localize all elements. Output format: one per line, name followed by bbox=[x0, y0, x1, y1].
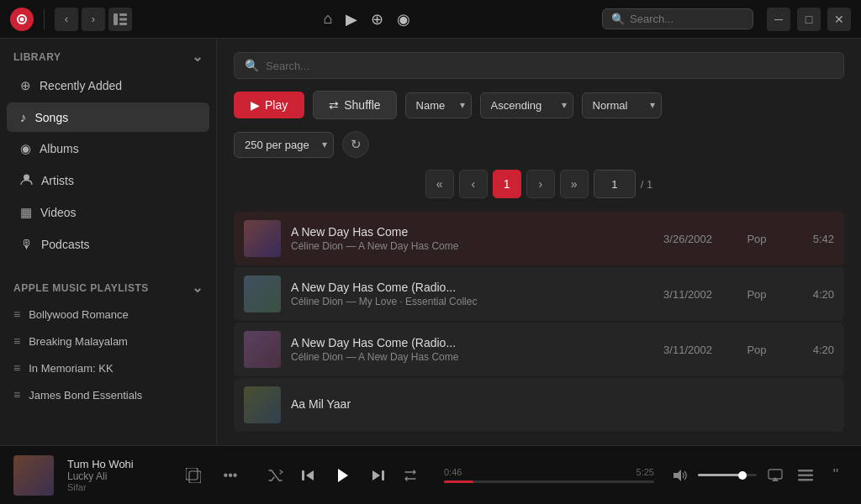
play-button[interactable]: ▶ Play bbox=[234, 92, 304, 118]
page-number-input[interactable] bbox=[594, 170, 636, 198]
shuffle-icon: ⇄ bbox=[329, 98, 339, 112]
playlists-collapse-icon[interactable]: ⌄ bbox=[192, 280, 203, 296]
np-thumbnail bbox=[13, 455, 54, 496]
song-title: A New Day Has Come (Radio... bbox=[291, 336, 644, 349]
sidebar-item-label: Videos bbox=[40, 206, 77, 219]
sidebar-item-label: Albums bbox=[40, 142, 79, 155]
library-collapse-icon[interactable]: ⌄ bbox=[192, 49, 203, 65]
playlist-james-bond-essentials[interactable]: ≡ James Bond Essentials bbox=[0, 381, 216, 408]
toolbar: ▶ Play ⇄ Shuffle Name Artist Album Year … bbox=[234, 91, 844, 119]
svg-marker-7 bbox=[306, 470, 314, 480]
sidebar-item-podcasts[interactable]: 🎙 Podcasts bbox=[7, 229, 209, 259]
window-controls: ─ □ ✕ bbox=[767, 8, 851, 31]
song-artist-album: Céline Dion — A New Day Has Come bbox=[291, 351, 644, 363]
play-overlay-icon: ▶ bbox=[258, 232, 267, 245]
sidebar-item-videos[interactable]: ▦ Videos bbox=[7, 197, 209, 228]
svg-rect-1 bbox=[119, 13, 127, 16]
playlist-bollywood-romance[interactable]: ≡ Bollywood Romance bbox=[0, 301, 216, 328]
podcasts-icon: 🎙 bbox=[20, 237, 33, 251]
repeat-button[interactable] bbox=[397, 462, 424, 489]
now-playing-bar: Tum Ho Wohi Lucky Ali Sifar ••• 0:46 5:2… bbox=[0, 445, 861, 504]
first-page-button[interactable]: « bbox=[425, 170, 454, 198]
current-page-button[interactable]: 1 bbox=[493, 170, 521, 198]
sidebar-item-recently-added[interactable]: ⊕ Recently Added bbox=[7, 71, 209, 101]
np-progress-bar[interactable] bbox=[444, 480, 654, 483]
volume-knob bbox=[738, 471, 747, 480]
view-mode-select[interactable]: Normal Compact Detailed bbox=[582, 92, 662, 118]
song-list: ▶ A New Day Has Come Céline Dion — A New… bbox=[234, 212, 844, 432]
titlebar-search-input[interactable] bbox=[630, 13, 744, 25]
song-info: A New Day Has Come Céline Dion — A New D… bbox=[291, 225, 644, 252]
apple-playlists-label: Apple Music Playlists bbox=[13, 282, 149, 294]
play-label: Play bbox=[265, 98, 288, 112]
song-artist-album: Céline Dion — A New Day Has Come bbox=[291, 240, 644, 252]
song-info: Aa Mil Yaar bbox=[291, 397, 644, 412]
sidebar-item-albums[interactable]: ◉ Albums bbox=[7, 134, 209, 164]
song-info: A New Day Has Come (Radio... Céline Dion… bbox=[291, 336, 644, 363]
sort-order-select[interactable]: Ascending Descending bbox=[480, 92, 573, 118]
previous-track-button[interactable] bbox=[294, 462, 321, 489]
globe-icon[interactable]: ⊕ bbox=[371, 10, 383, 29]
volume-fill bbox=[698, 474, 742, 476]
per-page-select[interactable]: 50 per page 100 per page 250 per page 50… bbox=[234, 132, 334, 158]
playlist-icon: ≡ bbox=[13, 388, 20, 402]
play-icon[interactable]: ▶ bbox=[346, 10, 357, 29]
np-play-pause-button[interactable] bbox=[326, 459, 360, 492]
sidebar-toggle-button[interactable] bbox=[108, 8, 132, 31]
table-row[interactable]: ▶ A New Day Has Come (Radio... Céline Di… bbox=[234, 323, 844, 376]
more-options-button[interactable]: ••• bbox=[219, 464, 242, 487]
content-search-bar: 🔍 bbox=[234, 52, 844, 79]
close-button[interactable]: ✕ bbox=[827, 8, 851, 31]
np-artist: Lucky Ali bbox=[67, 470, 168, 482]
np-time-current: 0:46 bbox=[444, 467, 462, 477]
svg-rect-15 bbox=[798, 470, 813, 472]
nav-back-button[interactable]: ‹ bbox=[55, 8, 78, 31]
page-total: / 1 bbox=[641, 178, 652, 191]
table-row[interactable]: ▶ A New Day Has Come Céline Dion — A New… bbox=[234, 212, 844, 265]
sidebar-item-songs[interactable]: ♪ Songs bbox=[7, 102, 209, 132]
nav-forward-button[interactable]: › bbox=[82, 8, 105, 31]
library-section-header: Library ⌄ bbox=[0, 39, 216, 70]
np-playback-controls bbox=[262, 459, 424, 492]
svg-rect-16 bbox=[798, 474, 813, 476]
next-track-button[interactable] bbox=[365, 462, 392, 489]
prev-page-button[interactable]: ‹ bbox=[459, 170, 488, 198]
playlist-label: James Bond Essentials bbox=[29, 389, 142, 402]
sidebar-item-artists[interactable]: Artists bbox=[7, 165, 209, 196]
volume-slider[interactable] bbox=[698, 474, 757, 476]
song-date: 3/11/2002 bbox=[654, 344, 721, 356]
apple-playlists-section: Apple Music Playlists ⌄ ≡ Bollywood Roma… bbox=[0, 260, 216, 408]
sort-order-wrapper: Ascending Descending bbox=[480, 92, 573, 118]
sort-name-select[interactable]: Name Artist Album Year Genre bbox=[405, 92, 472, 118]
table-row[interactable]: ▶ A New Day Has Come (Radio... Céline Di… bbox=[234, 267, 844, 321]
toolbar-row2: 50 per page 100 per page 250 per page 50… bbox=[234, 131, 844, 158]
playlist-breaking-malayalam[interactable]: ≡ Breaking Malayalam bbox=[0, 328, 216, 354]
np-right-controls: " bbox=[668, 464, 848, 487]
shuffle-button[interactable]: ⇄ Shuffle bbox=[313, 91, 396, 119]
lyrics-button[interactable]: " bbox=[824, 464, 848, 487]
queue-button[interactable] bbox=[794, 464, 817, 487]
next-page-button[interactable]: › bbox=[526, 170, 555, 198]
view-mode-wrapper: Normal Compact Detailed bbox=[582, 92, 662, 118]
play-overlay-icon: ▶ bbox=[258, 398, 267, 412]
volume-icon-button[interactable] bbox=[668, 464, 691, 487]
playlist-in-memoriam-kk[interactable]: ≡ In Memoriam: KK bbox=[0, 354, 216, 381]
shuffle-toggle-button[interactable] bbox=[262, 462, 289, 489]
maximize-button[interactable]: □ bbox=[797, 8, 821, 31]
home-icon[interactable]: ⌂ bbox=[324, 10, 333, 28]
albums-icon: ◉ bbox=[20, 141, 31, 156]
song-genre: Pop bbox=[732, 288, 782, 301]
minimize-button[interactable]: ─ bbox=[767, 8, 790, 31]
table-row[interactable]: ▶ Aa Mil Yaar bbox=[234, 378, 844, 432]
add-to-library-button[interactable] bbox=[182, 464, 205, 487]
content-scroll: 🔍 ▶ Play ⇄ Shuffle Name Artist Albu bbox=[217, 39, 861, 445]
last-page-button[interactable]: » bbox=[560, 170, 589, 198]
airplay-button[interactable] bbox=[763, 464, 787, 487]
titlebar-search-bar: 🔍 bbox=[602, 8, 753, 29]
titlebar: ‹ › ⌂ ▶ ⊕ ◉ 🔍 ─ □ ✕ bbox=[0, 0, 861, 39]
np-progress-fill bbox=[444, 480, 473, 483]
content-search-input[interactable] bbox=[266, 60, 833, 72]
svg-point-4 bbox=[24, 175, 29, 181]
refresh-button[interactable]: ↻ bbox=[342, 131, 369, 158]
radio-icon[interactable]: ◉ bbox=[397, 10, 410, 29]
